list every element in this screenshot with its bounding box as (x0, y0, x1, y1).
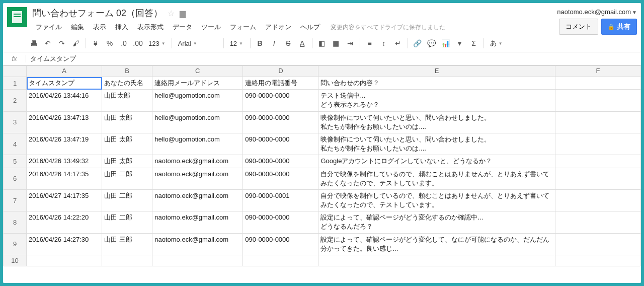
menu-アドオン[interactable]: アドオン (262, 21, 295, 33)
row-header-1[interactable]: 1 (4, 77, 27, 90)
cell-B6[interactable]: 山田 二郎 (102, 168, 152, 189)
sheets-logo-icon[interactable] (7, 7, 27, 27)
cell-E6[interactable]: 自分で映像を制作しているので、頼むことはありませんが、とりあえず書いてみたくなっ… (318, 168, 555, 189)
cell-E8[interactable]: 設定によって、確認ページがどう変化するのか確認中... どうなるんだろ？ (318, 211, 555, 233)
row-header-4[interactable]: 4 (4, 133, 27, 155)
column-header-F[interactable]: F (555, 66, 640, 77)
cell-A6[interactable]: 2016/04/26 14:17:35 (27, 168, 102, 189)
cell-D8[interactable]: 090-0000-0000 (243, 211, 318, 233)
cell-B9[interactable]: 山田 三郎 (102, 233, 152, 255)
percent-icon[interactable]: % (103, 37, 116, 50)
cell-A2[interactable]: 2016/04/26 13:44:16 (27, 90, 102, 111)
strikethrough-icon[interactable]: S (282, 37, 295, 50)
cell-F7[interactable] (555, 189, 640, 211)
row-header-10[interactable]: 10 (4, 255, 27, 266)
cell-A1[interactable]: タイムスタンプ (27, 77, 102, 90)
cell-E1[interactable]: 問い合わせの内容？ (318, 77, 555, 90)
share-button[interactable]: 🔒共有 (601, 19, 637, 35)
row-header-5[interactable]: 5 (4, 155, 27, 168)
bold-icon[interactable]: B (254, 37, 267, 50)
menu-ツール[interactable]: ツール (198, 21, 224, 33)
menu-データ[interactable]: データ (169, 21, 196, 33)
cell-F2[interactable] (555, 90, 640, 111)
column-header-B[interactable]: B (102, 66, 152, 77)
fill-color-icon[interactable]: ◧ (315, 37, 329, 50)
cell-A5[interactable]: 2016/04/26 13:49:32 (27, 155, 102, 168)
cell-F3[interactable] (555, 111, 640, 133)
cell-A7[interactable]: 2016/04/27 14:17:35 (27, 189, 102, 211)
functions-icon[interactable]: Σ (467, 37, 480, 50)
menu-表示形式[interactable]: 表示形式 (134, 21, 167, 33)
text-wrap-icon[interactable]: ↵ (391, 37, 405, 50)
cell-D6[interactable]: 090-0000-0000 (243, 168, 318, 189)
print-icon[interactable]: 🖶 (27, 37, 40, 50)
currency-icon[interactable]: ¥ (89, 37, 102, 50)
formula-input[interactable]: タイムスタンプ (26, 54, 641, 63)
cell-B2[interactable]: 山田太郎 (102, 90, 152, 111)
cell-F5[interactable] (555, 155, 640, 168)
filter-icon[interactable]: ▾ (453, 37, 466, 50)
user-email[interactable]: naotomo.eck@gmail.com (557, 8, 631, 16)
cell-F9[interactable] (555, 233, 640, 255)
cell-F8[interactable] (555, 211, 640, 233)
cell-A9[interactable]: 2016/04/26 14:27:30 (27, 233, 102, 255)
menu-ファイル[interactable]: ファイル (32, 21, 65, 33)
row-header-7[interactable]: 7 (4, 189, 27, 211)
cell-E3[interactable]: 映像制作について伺いたいと思い、問い合わせしました。 私たちが制作をお願いしたい… (318, 111, 555, 133)
spreadsheet-grid[interactable]: ABCDEF 1タイムスタンプあなたの氏名連絡用メールアドレス連絡用の電話番号問… (3, 65, 641, 283)
cell-C8[interactable]: naotomo.ekc@gmail.com (152, 211, 243, 233)
comment-button[interactable]: コメント (559, 19, 598, 35)
cell-B4[interactable]: 山田 太郎 (102, 133, 152, 155)
font-family-select[interactable]: Arial ▼ (175, 38, 220, 49)
undo-icon[interactable]: ↶ (41, 37, 54, 50)
cell-D5[interactable]: 090-0000-0000 (243, 155, 318, 168)
document-title[interactable]: 問い合わせフォーム 02（回答） (32, 7, 163, 19)
cell-E5[interactable]: Googleアカウントにログインしていないと、どうなるか？ (318, 155, 555, 168)
cell-C4[interactable]: hello@ugomotion.com (152, 133, 243, 155)
row-header-6[interactable]: 6 (4, 168, 27, 189)
input-tools-select[interactable]: あ ▼ (487, 37, 506, 49)
cell-B1[interactable]: あなたの氏名 (102, 77, 152, 90)
insert-comment-icon[interactable]: 💬 (425, 37, 438, 50)
row-header-9[interactable]: 9 (4, 233, 27, 255)
folder-icon[interactable]: ▆ (180, 9, 186, 18)
star-icon[interactable]: ☆ (168, 9, 175, 18)
cell-C6[interactable]: naotomo.eck@gmail.com (152, 168, 243, 189)
increase-decimal-icon[interactable]: .00 (131, 37, 144, 50)
cell-F6[interactable] (555, 168, 640, 189)
merge-cells-icon[interactable]: ⇥ (344, 37, 357, 50)
cell-C9[interactable]: naotomo.eck@gmail.com (152, 233, 243, 255)
row-header-3[interactable]: 3 (4, 111, 27, 133)
cell-E10[interactable] (318, 255, 555, 266)
cell-E4[interactable]: 映像制作について伺いたいと思い、問い合わせしました。 私たちが制作をお願いしたい… (318, 133, 555, 155)
menu-フォーム[interactable]: フォーム (226, 21, 260, 33)
menu-挿入[interactable]: 挿入 (112, 21, 132, 33)
insert-chart-icon[interactable]: 📊 (439, 37, 452, 50)
insert-link-icon[interactable]: 🔗 (411, 37, 424, 50)
menu-表示[interactable]: 表示 (90, 21, 110, 33)
column-header-D[interactable]: D (243, 66, 318, 77)
cell-D1[interactable]: 連絡用の電話番号 (243, 77, 318, 90)
cell-D3[interactable]: 090-0000-0000 (243, 111, 318, 133)
row-header-2[interactable]: 2 (4, 90, 27, 111)
column-header-C[interactable]: C (152, 66, 243, 77)
number-format-select[interactable]: 123 ▼ (145, 38, 169, 49)
cell-D7[interactable]: 090-0000-0001 (243, 189, 318, 211)
redo-icon[interactable]: ↷ (55, 37, 68, 50)
cell-B7[interactable]: 山田 二郎 (102, 189, 152, 211)
cell-A4[interactable]: 2016/04/26 13:47:19 (27, 133, 102, 155)
cell-C3[interactable]: hello@ugomotion.com (152, 111, 243, 133)
cell-A3[interactable]: 2016/04/26 13:47:13 (27, 111, 102, 133)
cell-C1[interactable]: 連絡用メールアドレス (152, 77, 243, 90)
cell-F4[interactable] (555, 133, 640, 155)
cell-D10[interactable] (243, 255, 318, 266)
text-color-icon[interactable]: A (296, 37, 309, 50)
menu-編集[interactable]: 編集 (67, 21, 88, 33)
cell-F1[interactable] (555, 77, 640, 90)
cell-F10[interactable] (555, 255, 640, 266)
cell-E2[interactable]: テスト送信中... どう表示されるか？ (318, 90, 555, 111)
cell-D9[interactable]: 090-0000-0000 (243, 233, 318, 255)
decrease-decimal-icon[interactable]: .0 (117, 37, 130, 50)
cell-C7[interactable]: naotomo.eck@gmail.com (152, 189, 243, 211)
cell-B5[interactable]: 山田 太郎 (102, 155, 152, 168)
